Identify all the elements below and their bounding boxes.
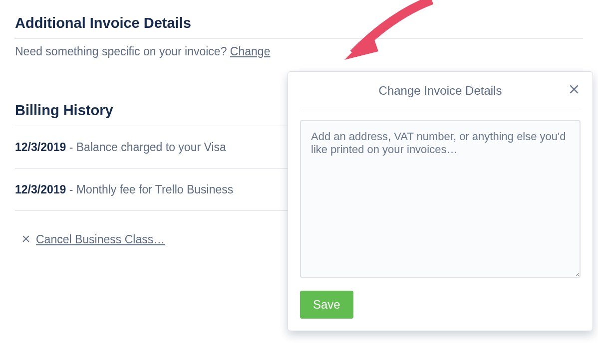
change-invoice-details-popover: Change Invoice Details Save [288,71,593,331]
history-description: - Monthly fee for Trello Business [66,183,233,196]
invoice-details-textarea[interactable] [300,120,581,278]
history-date: 12/3/2019 [15,183,66,196]
invoice-prompt-text: Need something specific on your invoice? [15,45,230,58]
arrow-annotation [324,0,444,75]
invoice-prompt-row: Need something specific on your invoice?… [15,39,583,63]
history-date: 12/3/2019 [15,141,66,154]
close-icon [21,234,31,246]
save-button[interactable]: Save [300,291,353,319]
popover-close-button[interactable] [568,83,581,98]
change-link[interactable]: Change [230,45,271,58]
history-description: - Balance charged to your Visa [66,141,226,154]
popover-header: Change Invoice Details [300,72,581,108]
invoice-details-heading: Additional Invoice Details [15,15,583,31]
popover-title: Change Invoice Details [379,84,502,98]
cancel-business-class-link[interactable]: Cancel Business Class… [36,233,165,246]
close-icon [568,89,581,97]
